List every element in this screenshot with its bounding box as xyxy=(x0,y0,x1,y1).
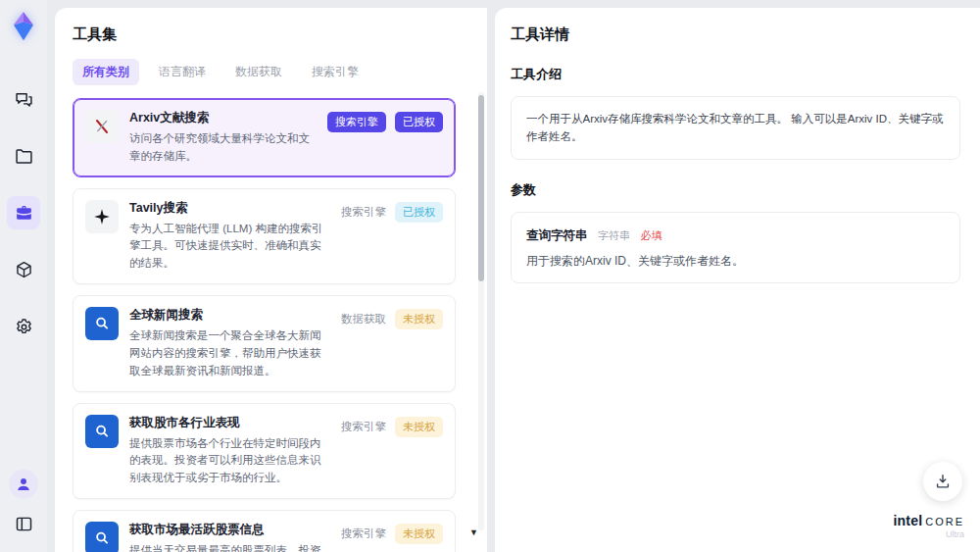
ultra-logo-text: Ultra xyxy=(893,530,964,540)
param-box: 查询字符串 字符串 必填 用于搜索的Arxiv ID、关键字或作者姓名。 xyxy=(511,212,960,283)
arxiv-icon xyxy=(85,110,119,143)
tool-details-panel: 工具详情 工具介绍 一个用于从Arxiv存储库搜索科学论文和文章的工具。 输入可… xyxy=(495,8,980,552)
tab-search-engine[interactable]: 搜索引擎 xyxy=(302,59,368,85)
param-header: 查询字符串 字符串 必填 xyxy=(526,226,945,244)
tool-status-badge: 未授权 xyxy=(395,417,443,437)
sidebar-item-toolset[interactable] xyxy=(7,196,40,229)
tab-all-categories[interactable]: 所有类别 xyxy=(73,59,139,85)
toolset-panel: 工具集 所有类别 语言翻译 数据获取 搜索引擎 Arxiv文献搜索 访问各个研究… xyxy=(55,8,487,552)
tool-description: 提供当天交易量最高的股票列表。投资者可以利用这些信息来识别流动性强的股票和潜在的… xyxy=(129,542,330,552)
tool-description: 专为人工智能代理 (LLM) 构建的搜索引擎工具。可快速提供实时、准确和真实的结… xyxy=(129,221,330,273)
sidebar-item-profile[interactable] xyxy=(9,470,38,499)
page-title: 工具集 xyxy=(73,25,471,44)
sidebar-item-chat[interactable] xyxy=(7,82,40,116)
tool-status-badge: 已授权 xyxy=(395,202,443,223)
tab-language-translation[interactable]: 语言翻译 xyxy=(149,59,216,85)
list-scrollbar[interactable] xyxy=(478,92,484,530)
tool-title: Arxiv文献搜索 xyxy=(129,110,317,126)
user-icon xyxy=(15,476,32,493)
tool-status-badge: 已授权 xyxy=(395,112,443,132)
tool-card-arxiv[interactable]: Arxiv文献搜索 访问各个研究领域大量科学论文和文章的存储库。 搜索引擎 已授… xyxy=(73,98,456,177)
chat-icon xyxy=(14,89,34,110)
tool-list: Arxiv文献搜索 访问各个研究领域大量科学论文和文章的存储库。 搜索引擎 已授… xyxy=(73,98,471,552)
tool-category-label: 数据获取 xyxy=(341,312,386,326)
param-description: 用于搜索的Arxiv ID、关键字或作者姓名。 xyxy=(526,253,945,270)
category-tabs: 所有类别 语言翻译 数据获取 搜索引擎 xyxy=(73,59,471,85)
tool-title: 获取市场最活跃股票信息 xyxy=(129,522,330,538)
param-type: 字符串 xyxy=(598,229,630,241)
tab-data-acquisition[interactable]: 数据获取 xyxy=(225,59,292,85)
sparkle-icon xyxy=(85,200,119,233)
intel-core-logo: intelCORE Ultra xyxy=(893,512,964,540)
tool-category-badge: 搜索引擎 xyxy=(327,112,386,132)
param-required-badge: 必填 xyxy=(640,229,662,241)
tool-status-badge: 未授权 xyxy=(395,309,443,329)
params-heading: 参数 xyxy=(511,181,960,199)
intro-heading: 工具介绍 xyxy=(511,66,960,83)
details-title: 工具详情 xyxy=(511,25,960,44)
download-icon xyxy=(933,472,953,491)
tool-status-badge: 未授权 xyxy=(395,524,443,544)
scrollbar-thumb[interactable] xyxy=(478,95,484,281)
search-globe-icon xyxy=(85,522,119,552)
tool-category-label: 搜索引擎 xyxy=(341,205,386,220)
tool-description: 提供股票市场各个行业在特定时间段内的表现。投资者可以利用这些信息来识别表现优于或… xyxy=(129,435,330,487)
left-rail xyxy=(0,0,47,552)
folder-icon xyxy=(14,146,34,167)
search-globe-icon xyxy=(85,415,119,448)
param-name: 查询字符串 xyxy=(526,228,588,242)
download-button[interactable] xyxy=(923,462,962,501)
tool-card-tavily[interactable]: Tavily搜索 专为人工智能代理 (LLM) 构建的搜索引擎工具。可快速提供实… xyxy=(73,188,456,284)
gear-icon xyxy=(14,317,34,337)
tool-description: 访问各个研究领域大量科学论文和文章的存储库。 xyxy=(129,130,317,166)
core-logo-text: CORE xyxy=(925,516,964,527)
layout-panel-icon xyxy=(14,514,34,534)
tool-title: 获取股市各行业表现 xyxy=(129,415,330,431)
intro-text: 一个用于从Arxiv存储库搜索科学论文和文章的工具。 输入可以是Arxiv ID… xyxy=(526,110,945,146)
tool-category-label: 搜索引擎 xyxy=(341,420,386,434)
sidebar-item-panel-toggle[interactable] xyxy=(7,507,40,540)
sidebar-item-models[interactable] xyxy=(7,253,40,286)
intel-logo-text: intel xyxy=(893,513,922,528)
cube-icon xyxy=(14,260,34,280)
tool-title: 全球新闻搜索 xyxy=(129,307,330,324)
sidebar-item-settings[interactable] xyxy=(7,310,40,343)
tool-description: 全球新闻搜索是一个聚合全球各大新闻网站内容的搜索引擎，帮助用户快速获取全球最新资… xyxy=(129,327,330,379)
app-logo xyxy=(7,10,40,43)
app-logo-gem-icon xyxy=(7,10,40,43)
tool-card-sector-performance[interactable]: 获取股市各行业表现 提供股票市场各个行业在特定时间段内的表现。投资者可以利用这些… xyxy=(73,403,456,499)
search-globe-icon xyxy=(85,307,119,340)
tool-title: Tavily搜索 xyxy=(129,200,330,217)
toolbox-icon xyxy=(14,203,34,224)
tool-category-label: 搜索引擎 xyxy=(341,527,386,541)
intro-box: 一个用于从Arxiv存储库搜索科学论文和文章的工具。 输入可以是Arxiv ID… xyxy=(511,96,960,160)
scroll-down-indicator-icon[interactable]: ▼ xyxy=(469,528,478,537)
tool-card-global-news[interactable]: 全球新闻搜索 全球新闻搜索是一个聚合全球各大新闻网站内容的搜索引擎，帮助用户快速… xyxy=(73,295,456,391)
sidebar-item-files[interactable] xyxy=(7,139,40,173)
tool-card-most-active-stocks[interactable]: 获取市场最活跃股票信息 提供当天交易量最高的股票列表。投资者可以利用这些信息来识… xyxy=(73,510,456,552)
